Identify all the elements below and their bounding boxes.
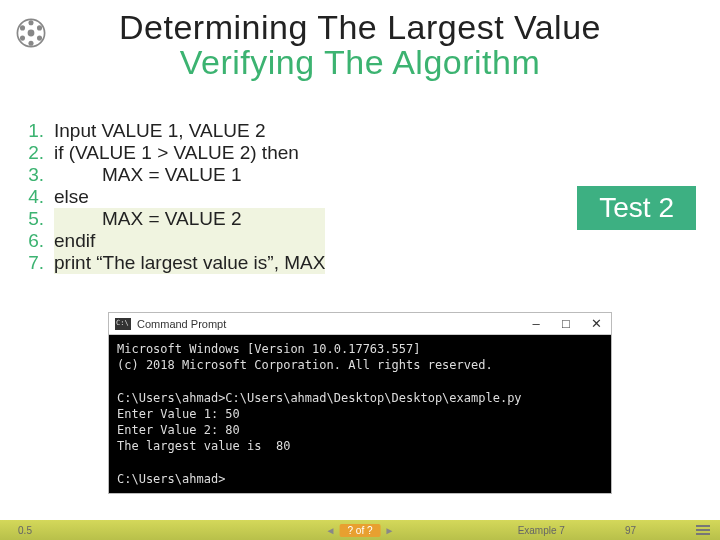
step-text: else xyxy=(54,186,325,208)
step-number: 1. xyxy=(20,120,54,142)
svg-point-6 xyxy=(20,25,25,30)
title-block: Determining The Largest Value Verifying … xyxy=(0,0,720,82)
step-number: 4. xyxy=(20,186,54,208)
step-number: 7. xyxy=(20,252,54,274)
svg-point-3 xyxy=(37,36,42,41)
step-number: 6. xyxy=(20,230,54,252)
step-row: 6.endif xyxy=(20,230,325,252)
step-text: MAX = VALUE 1 xyxy=(54,164,325,186)
step-row: 3.MAX = VALUE 1 xyxy=(20,164,325,186)
maximize-button[interactable]: □ xyxy=(551,316,581,331)
step-text: if (VALUE 1 > VALUE 2) then xyxy=(54,142,325,164)
step-number: 5. xyxy=(20,208,54,230)
page-number: 97 xyxy=(625,525,636,536)
example-label: Example 7 xyxy=(518,525,565,536)
terminal-output: Microsoft Windows [Version 10.0.17763.55… xyxy=(109,335,611,493)
svg-point-4 xyxy=(28,41,33,46)
step-text: print “The largest value is”, MAX xyxy=(54,252,325,274)
svg-point-7 xyxy=(28,30,35,37)
footer-bar: 0.5 ◄ ? of ? ► Example 7 97 xyxy=(0,520,720,540)
step-text: Input VALUE 1, VALUE 2 xyxy=(54,120,325,142)
minimize-button[interactable]: – xyxy=(521,316,551,331)
cmd-icon xyxy=(115,318,131,330)
close-button[interactable]: ✕ xyxy=(581,316,611,331)
svg-rect-10 xyxy=(696,533,710,535)
svg-point-5 xyxy=(20,36,25,41)
step-row: 1.Input VALUE 1, VALUE 2 xyxy=(20,120,325,142)
terminal-window: Command Prompt – □ ✕ Microsoft Windows [… xyxy=(108,312,612,494)
title-line-2: Verifying The Algorithm xyxy=(0,43,720,82)
step-row: 4.else xyxy=(20,186,325,208)
slide: Determining The Largest Value Verifying … xyxy=(0,0,720,540)
step-row: 2.if (VALUE 1 > VALUE 2) then xyxy=(20,142,325,164)
svg-rect-8 xyxy=(696,525,710,527)
next-button[interactable]: ► xyxy=(385,525,395,536)
step-row: 5.MAX = VALUE 2 xyxy=(20,208,325,230)
prev-button[interactable]: ◄ xyxy=(326,525,336,536)
logo-icon xyxy=(14,16,48,50)
step-number: 3. xyxy=(20,164,54,186)
algorithm-steps: 1.Input VALUE 1, VALUE 22.if (VALUE 1 > … xyxy=(20,120,700,274)
step-number: 2. xyxy=(20,142,54,164)
svg-point-1 xyxy=(28,20,33,25)
svg-point-2 xyxy=(37,25,42,30)
step-row: 7.print “The largest value is”, MAX xyxy=(20,252,325,274)
menu-icon[interactable] xyxy=(696,524,710,536)
footer-nav: ◄ ? of ? ► xyxy=(326,524,395,537)
terminal-title: Command Prompt xyxy=(137,318,521,330)
step-text: MAX = VALUE 2 xyxy=(54,208,325,230)
title-line-1: Determining The Largest Value xyxy=(0,8,720,47)
terminal-titlebar: Command Prompt – □ ✕ xyxy=(109,313,611,335)
svg-rect-9 xyxy=(696,529,710,531)
page-indicator: ? of ? xyxy=(339,524,380,537)
footer-left-value: 0.5 xyxy=(0,525,50,536)
step-text: endif xyxy=(54,230,325,252)
